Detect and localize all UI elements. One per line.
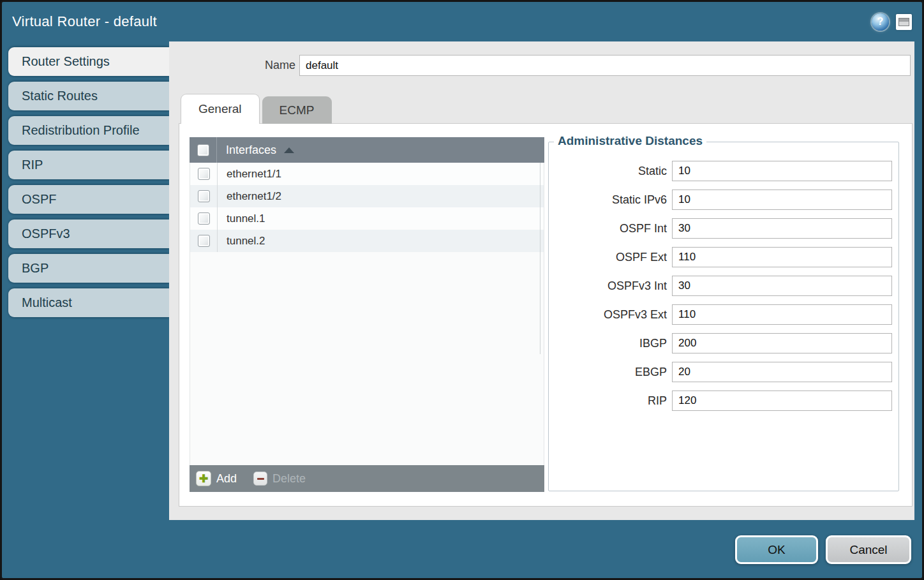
ospfv3-int-label: OSPFv3 Int bbox=[549, 279, 667, 293]
table-row[interactable]: ethernet1/2 bbox=[190, 185, 544, 207]
name-input[interactable] bbox=[299, 55, 911, 76]
sidebar-item-redistribution-profile[interactable]: Redistribution Profile bbox=[8, 116, 169, 145]
rip-input[interactable] bbox=[672, 390, 892, 411]
dialog-actions: OK Cancel bbox=[735, 535, 911, 564]
sidebar-item-bgp[interactable]: BGP bbox=[8, 254, 169, 283]
dialog-title: Virtual Router - default bbox=[12, 13, 872, 30]
interfaces-column-header[interactable]: Interfaces bbox=[217, 144, 276, 157]
tab-general[interactable]: General bbox=[181, 94, 260, 124]
title-bar: Virtual Router - default ? bbox=[2, 2, 922, 41]
table-row[interactable]: tunnel.2 bbox=[190, 230, 544, 252]
row-checkbox[interactable] bbox=[198, 168, 210, 180]
admin-row-ebgp: EBGP bbox=[549, 361, 898, 383]
ospfv3-ext-input[interactable] bbox=[672, 304, 892, 325]
admin-row-ospfv3-ext: OSPFv3 Ext bbox=[549, 304, 898, 325]
admin-row-static: Static bbox=[549, 160, 898, 182]
row-checkbox-cell bbox=[190, 163, 218, 185]
header-checkbox-cell bbox=[190, 137, 217, 163]
ospfv3-int-input[interactable] bbox=[672, 276, 892, 296]
rip-label: RIP bbox=[549, 394, 667, 408]
tab-ecmp[interactable]: ECMP bbox=[262, 96, 332, 124]
delete-button[interactable]: Delete bbox=[253, 472, 306, 486]
sidebar: Router Settings Static Routes Redistribu… bbox=[2, 41, 169, 578]
general-tab-panel: Interfaces ethernet1/1 ethernet bbox=[179, 123, 913, 507]
static-ipv6-label: Static IPv6 bbox=[549, 193, 667, 207]
plus-icon: ✚ bbox=[196, 471, 211, 486]
ospf-int-input[interactable] bbox=[672, 218, 892, 239]
virtual-router-dialog: Virtual Router - default ? Router Settin… bbox=[0, 0, 924, 580]
window-pane-glyph bbox=[898, 18, 909, 26]
interface-name: ethernet1/1 bbox=[218, 168, 281, 181]
select-all-checkbox[interactable] bbox=[197, 144, 209, 156]
sidebar-item-label: BGP bbox=[22, 261, 48, 276]
sidebar-item-router-settings[interactable]: Router Settings bbox=[8, 47, 169, 76]
row-checkbox[interactable] bbox=[198, 235, 210, 247]
static-label: Static bbox=[549, 165, 667, 178]
ebgp-input[interactable] bbox=[672, 362, 892, 382]
sidebar-item-ospfv3[interactable]: OSPFv3 bbox=[8, 219, 169, 248]
row-checkbox[interactable] bbox=[198, 212, 210, 225]
interface-name: tunnel.1 bbox=[218, 212, 265, 225]
admin-row-static-ipv6: Static IPv6 bbox=[549, 189, 898, 211]
interfaces-table-header[interactable]: Interfaces bbox=[190, 137, 544, 163]
administrative-distances-fieldset: Administrative Distances Static Static I… bbox=[548, 142, 899, 491]
cancel-button[interactable]: Cancel bbox=[826, 535, 911, 564]
sidebar-item-label: OSPFv3 bbox=[22, 227, 70, 241]
add-button[interactable]: ✚ Add bbox=[196, 471, 237, 486]
sidebar-item-label: Static Routes bbox=[22, 89, 98, 103]
sidebar-item-label: RIP bbox=[22, 158, 43, 172]
sidebar-item-ospf[interactable]: OSPF bbox=[8, 185, 169, 214]
interfaces-table-footer: ✚ Add Delete bbox=[190, 465, 544, 492]
ebgp-label: EBGP bbox=[549, 366, 667, 379]
ibgp-input[interactable] bbox=[672, 333, 892, 353]
sidebar-item-static-routes[interactable]: Static Routes bbox=[8, 82, 169, 110]
help-icon[interactable]: ? bbox=[872, 13, 889, 31]
sort-ascending-icon[interactable] bbox=[284, 147, 294, 153]
admin-row-rip: RIP bbox=[549, 390, 898, 412]
sidebar-item-label: Redistribution Profile bbox=[22, 123, 140, 138]
interfaces-table-body: ethernet1/1 ethernet1/2 tunnel.1 bbox=[190, 163, 544, 465]
static-ipv6-input[interactable] bbox=[672, 190, 892, 210]
name-field-label: Name bbox=[169, 59, 295, 72]
interface-name: tunnel.2 bbox=[218, 235, 265, 248]
interfaces-table: Interfaces ethernet1/1 ethernet bbox=[190, 137, 544, 492]
ospfv3-ext-label: OSPFv3 Ext bbox=[549, 308, 667, 322]
table-row[interactable]: tunnel.1 bbox=[190, 207, 544, 230]
sidebar-item-label: Multicast bbox=[22, 295, 72, 310]
admin-row-ospf-ext: OSPF Ext bbox=[549, 246, 898, 268]
sidebar-item-rip[interactable]: RIP bbox=[8, 151, 169, 179]
delete-button-label: Delete bbox=[272, 472, 306, 486]
row-checkbox[interactable] bbox=[198, 190, 210, 202]
minus-icon bbox=[253, 472, 267, 486]
tab-strip: GeneralECMP bbox=[181, 94, 334, 124]
ospf-ext-input[interactable] bbox=[672, 247, 892, 267]
sidebar-item-multicast[interactable]: Multicast bbox=[8, 288, 169, 317]
admin-row-ospfv3-int: OSPFv3 Int bbox=[549, 275, 898, 297]
ospf-int-label: OSPF Int bbox=[549, 222, 667, 235]
admin-distance-rows: Static Static IPv6 OSPF Int OSPF Ext bbox=[549, 142, 898, 412]
add-button-label: Add bbox=[216, 472, 237, 486]
interface-name: ethernet1/2 bbox=[218, 190, 281, 203]
admin-row-ibgp: IBGP bbox=[549, 332, 898, 354]
content-area: Name GeneralECMP Interfaces bbox=[169, 41, 914, 520]
window-restore-icon[interactable] bbox=[896, 14, 912, 30]
table-scrollbar[interactable] bbox=[540, 163, 540, 354]
ibgp-label: IBGP bbox=[549, 337, 667, 350]
minus-bar bbox=[257, 478, 264, 480]
row-checkbox-cell bbox=[190, 207, 218, 230]
ok-button[interactable]: OK bbox=[735, 535, 818, 564]
row-checkbox-cell bbox=[190, 185, 218, 207]
fieldset-legend: Administrative Distances bbox=[554, 134, 706, 148]
ospf-ext-label: OSPF Ext bbox=[549, 251, 667, 264]
sidebar-item-label: Router Settings bbox=[22, 54, 110, 69]
sidebar-item-label: OSPF bbox=[22, 192, 56, 207]
admin-row-ospf-int: OSPF Int bbox=[549, 218, 898, 239]
table-row[interactable]: ethernet1/1 bbox=[190, 163, 544, 185]
static-input[interactable] bbox=[672, 161, 892, 181]
row-checkbox-cell bbox=[190, 230, 218, 252]
